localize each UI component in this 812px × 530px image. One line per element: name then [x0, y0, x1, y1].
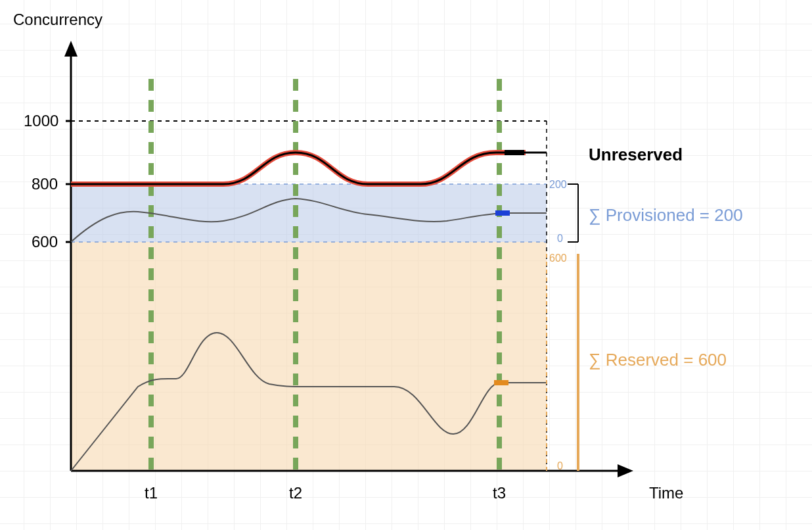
label-provisioned: ∑ Provisioned = 200 [589, 205, 743, 225]
unreserved-curve-black [71, 153, 547, 184]
label-unreserved: Unreserved [589, 145, 683, 164]
y-tick-label-800: 800 [32, 175, 58, 193]
x-tick-t3: t3 [493, 484, 506, 502]
concurrency-diagram: 1000 800 600 Concurrency Time t1 t2 t3 2… [0, 0, 812, 530]
y-axis-title: Concurrency [13, 11, 102, 28]
reserved-marker [494, 380, 508, 385]
x-axis-title: Time [649, 484, 683, 502]
x-axis-arrow-icon [618, 464, 633, 477]
unreserved-marker [505, 150, 524, 155]
provisioned-scale-0: 0 [557, 233, 563, 244]
y-tick-label-600: 600 [32, 233, 58, 251]
reserved-scale-0: 0 [557, 460, 563, 471]
y-tick-label-1000: 1000 [24, 112, 58, 130]
x-tick-t1: t1 [145, 484, 158, 502]
provisioned-scale-200: 200 [549, 179, 567, 190]
reserved-scale-600: 600 [549, 253, 567, 264]
y-axis-arrow-icon [64, 41, 78, 57]
x-tick-t2: t2 [289, 484, 302, 502]
provisioned-band [71, 184, 547, 242]
label-reserved: ∑ Reserved = 600 [589, 350, 727, 370]
provisioned-marker [495, 210, 510, 216]
reserved-band [71, 242, 547, 471]
